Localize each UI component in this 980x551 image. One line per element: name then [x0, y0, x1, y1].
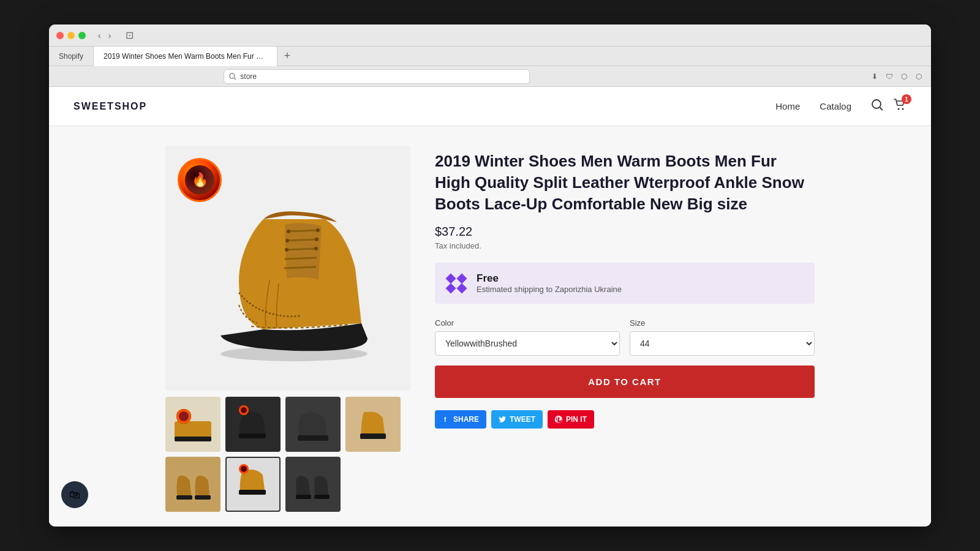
product-info: 2019 Winter Shoes Men Warm Boots Men Fur…	[435, 146, 815, 512]
svg-point-0	[230, 73, 235, 78]
back-button[interactable]: ‹	[96, 29, 104, 42]
svg-line-8	[287, 239, 317, 241]
browser-titlebar: ‹ › ⊡	[49, 24, 931, 47]
browser-content: SWEETSHOP Home Catalog	[49, 87, 931, 527]
color-select[interactable]: YellowwithBrushed Black Dark Brown	[435, 331, 620, 356]
svg-line-1	[234, 78, 236, 80]
cart-button[interactable]: 1	[893, 98, 907, 114]
maximize-button[interactable]	[78, 32, 86, 39]
size-select[interactable]: 38 39 40 41 42 43 44 45 46	[630, 331, 815, 356]
fire-badge-inner: 🔥	[185, 165, 214, 195]
header-icons: 1	[871, 98, 907, 114]
page: SWEETSHOP Home Catalog	[49, 87, 931, 527]
search-button[interactable]	[871, 99, 883, 114]
nav-catalog[interactable]: Catalog	[820, 101, 851, 111]
traffic-lights	[56, 32, 86, 39]
site-logo: SWEETSHOP	[74, 101, 147, 112]
social-share: f SHARE TWEET	[435, 410, 815, 429]
svg-rect-30	[239, 490, 266, 495]
add-to-cart-button[interactable]: ADD TO CART	[435, 365, 815, 398]
svg-point-14	[285, 239, 289, 242]
site-header: SWEETSHOP Home Catalog	[49, 87, 931, 126]
svg-point-13	[316, 228, 320, 232]
color-label: Color	[435, 318, 620, 328]
download-icon[interactable]: ⬇	[870, 72, 880, 81]
svg-line-9	[286, 249, 317, 250]
shipping-banner: Free Estimated shipping to Zaporizhia Uk…	[435, 263, 815, 304]
svg-rect-26	[298, 435, 328, 441]
svg-line-3	[880, 108, 883, 111]
address-bar-row: store ⬇ 🛡 ⬡ ⬡	[49, 66, 931, 87]
product-price: $37.22	[435, 225, 815, 239]
share-icon[interactable]: ⬡	[914, 72, 924, 81]
svg-point-5	[902, 108, 904, 110]
twitter-icon	[499, 416, 506, 423]
svg-point-12	[287, 230, 290, 233]
thumbnail-7[interactable]	[285, 457, 341, 512]
svg-point-16	[285, 248, 288, 252]
address-bar[interactable]: store	[224, 69, 530, 84]
thumbnail-2[interactable]	[225, 397, 281, 452]
browser-window: ‹ › ⊡ Shopify 2019 Winter Shoes Men Warm…	[49, 24, 931, 527]
svg-rect-29	[195, 495, 211, 500]
thumbnail-4[interactable]	[345, 397, 401, 452]
tab-product[interactable]: 2019 Winter Shoes Men Warm Boots Men Fur…	[94, 47, 277, 66]
new-tab-button[interactable]: +	[280, 49, 295, 64]
thumbnail-row-1	[165, 397, 410, 452]
svg-point-17	[314, 247, 318, 250]
tab-shopify[interactable]: Shopify	[49, 47, 94, 66]
svg-point-4	[898, 108, 900, 110]
search-icon	[871, 99, 883, 111]
thumbnail-3[interactable]	[285, 397, 341, 452]
cart-badge: 1	[902, 94, 911, 104]
svg-line-11	[285, 267, 315, 268]
pinterest-share-button[interactable]: PIN IT	[548, 410, 594, 429]
nav-home[interactable]: Home	[775, 101, 800, 111]
size-option-group: Size 38 39 40 41 42 43 44 45 46	[630, 318, 815, 356]
close-button[interactable]	[56, 32, 64, 39]
shopify-icon: 🛍	[69, 489, 80, 501]
tab-bar: Shopify 2019 Winter Shoes Men Warm Boots…	[49, 47, 931, 66]
svg-point-15	[315, 238, 318, 241]
svg-point-22	[179, 411, 189, 421]
site-nav: Home Catalog	[775, 101, 851, 111]
size-label: Size	[630, 318, 815, 328]
facebook-share-button[interactable]: f SHARE	[435, 410, 486, 429]
fire-badge: 🔥	[178, 158, 222, 202]
product-title: 2019 Winter Shoes Men Warm Boots Men Fur…	[435, 151, 815, 215]
options-row: Color YellowwithBrushed Black Dark Brown…	[435, 318, 815, 356]
minimize-button[interactable]	[67, 32, 75, 39]
tax-note: Tax included.	[435, 241, 815, 250]
twitter-share-button[interactable]: TWEET	[491, 410, 543, 429]
shipping-text: Free Estimated shipping to Zaporizhia Uk…	[477, 272, 622, 294]
main-product-image[interactable]: 🔥	[165, 146, 410, 391]
svg-line-10	[285, 258, 316, 259]
browser-toolbar-icons: ⬇ 🛡 ⬡ ⬡	[870, 72, 924, 81]
thumbnail-6[interactable]	[225, 457, 281, 512]
svg-point-32	[241, 466, 247, 472]
product-gallery: 🔥	[165, 146, 410, 512]
svg-rect-28	[176, 495, 192, 500]
nav-buttons: ‹ ›	[96, 29, 113, 42]
facebook-icon: f	[442, 416, 450, 423]
shield-icon[interactable]: 🛡	[884, 72, 894, 81]
svg-rect-27	[360, 433, 386, 439]
color-option-group: Color YellowwithBrushed Black Dark Brown	[435, 318, 620, 356]
svg-rect-19	[175, 437, 211, 441]
shipping-free-label: Free	[477, 272, 622, 285]
forward-button[interactable]: ›	[106, 29, 114, 42]
thumbnail-1[interactable]	[165, 397, 221, 452]
pinterest-icon	[555, 416, 562, 423]
thumbnail-5[interactable]	[165, 457, 221, 512]
shipping-diamonds-icon	[447, 275, 467, 292]
shopify-badge[interactable]: 🛍	[61, 481, 88, 508]
svg-point-25	[241, 407, 247, 413]
product-area: 🔥	[153, 146, 827, 512]
extension-icon[interactable]: ⬡	[899, 72, 909, 81]
search-icon	[229, 73, 236, 80]
thumbnail-row-2	[165, 457, 410, 512]
sidebar-toggle-button[interactable]: ⊡	[123, 28, 136, 42]
svg-rect-33	[296, 495, 311, 499]
svg-rect-23	[239, 433, 266, 438]
svg-line-7	[288, 230, 318, 231]
